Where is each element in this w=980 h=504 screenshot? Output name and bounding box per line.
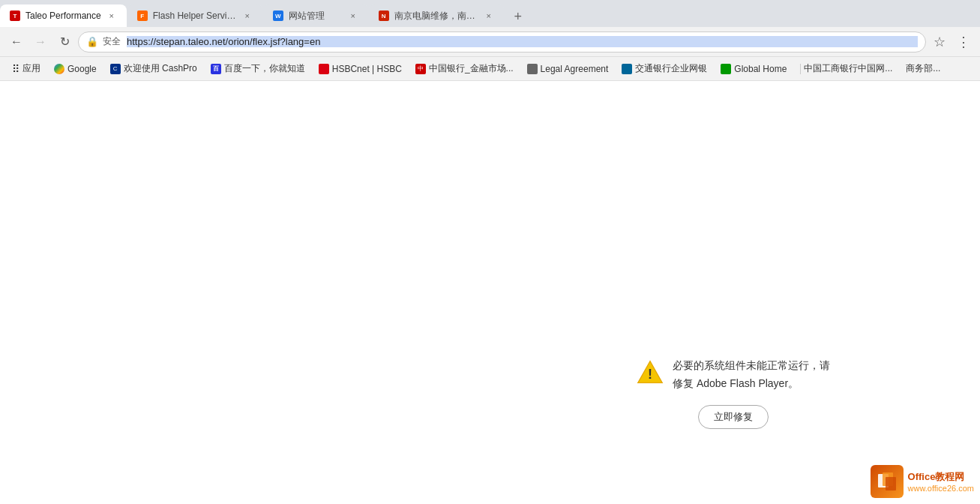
star-button[interactable]: ☆ (929, 32, 950, 52)
back-button[interactable]: ← (6, 32, 27, 52)
svg-text:!: ! (648, 367, 652, 382)
bookmark-baidu[interactable]: 百 百度一下，你就知道 (205, 59, 311, 78)
tab-taleo-performance[interactable]: T Taleo Performance × (0, 4, 127, 27)
refresh-button[interactable]: ↻ (54, 32, 75, 52)
tab-favicon-2: F (136, 10, 148, 22)
more-button[interactable]: ⋮ (953, 32, 974, 52)
tab-close-4[interactable]: × (483, 10, 495, 22)
repair-button[interactable]: 立即修复 (698, 405, 769, 429)
bookmark-cashpro[interactable]: C 欢迎使用 CashPro (104, 59, 203, 78)
bookmark-legal[interactable]: Legal Agreement (521, 61, 615, 77)
bookmark-bocom[interactable]: 交通银行企业网银 (616, 59, 713, 78)
office-text-area: Office教程网 www.office26.com (908, 470, 974, 493)
forward-button[interactable]: → (30, 32, 51, 52)
lock-icon: 🔒 (86, 36, 98, 47)
tab-close-2[interactable]: × (241, 10, 253, 22)
bookmark-hsbc[interactable]: HSBCnet | HSBC (313, 61, 408, 77)
tab-label-2: Flash Helper Service手... (153, 10, 237, 22)
url-text[interactable]: https://stepan.taleo.net/orion/flex.jsf?… (127, 36, 918, 47)
main-content: ! 必要的系统组件未能正常运行，请 修复 Adobe Flash Player。… (0, 81, 980, 504)
tab-flash-helper[interactable]: F Flash Helper Service手... × (127, 4, 262, 27)
tab-close-3[interactable]: × (347, 10, 359, 22)
office-watermark: Office教程网 www.office26.com (871, 465, 974, 498)
tab-website-admin[interactable]: W 网站管理 × (263, 4, 368, 27)
bookmark-icbc-label: 中国工商银行中国网... (804, 62, 892, 75)
office-logo-container: Office教程网 www.office26.com (871, 465, 974, 498)
bookmark-icbc[interactable]: 中国工商银行中国网... (794, 59, 898, 78)
bookmark-bocom-label: 交通银行企业网银 (635, 62, 707, 75)
flash-error-container: ! 必要的系统组件未能正常运行，请 修复 Adobe Flash Player。… (637, 357, 830, 429)
address-bar[interactable]: 🔒 安全 https://stepan.taleo.net/orion/flex… (78, 32, 926, 52)
bookmark-apps[interactable]: ⠿ 应用 (6, 59, 46, 78)
bookmark-baidu-label: 百度一下，你就知道 (224, 62, 305, 75)
bookmark-boc[interactable]: 中 中国银行_金融市场... (409, 59, 520, 78)
flash-error-line2: 修复 Adobe Flash Player。 (673, 375, 830, 393)
office-logo (871, 465, 904, 498)
bookmark-global-home-label: Global Home (734, 64, 787, 74)
bookmark-commerce[interactable]: 商务部... (900, 59, 946, 78)
bookmark-commerce-label: 商务部... (906, 62, 940, 75)
office-icon (875, 470, 899, 494)
bookmark-google[interactable]: Google (48, 61, 103, 77)
bookmark-cashpro-label: 欢迎使用 CashPro (124, 62, 197, 75)
bookmarks-bar: ⠿ 应用 Google C 欢迎使用 CashPro 百 百度一下，你就知道 H… (0, 57, 980, 81)
tab-close-1[interactable]: × (106, 10, 118, 22)
office-brand: Office教程网 (908, 470, 974, 484)
tab-label-3: 网站管理 (289, 10, 343, 22)
secure-label: 安全 (103, 35, 121, 48)
bookmark-boc-label: 中国银行_金融市场... (429, 62, 514, 75)
flash-error-line1: 必要的系统组件未能正常运行，请 (673, 357, 830, 375)
bookmark-hsbc-label: HSBCnet | HSBC (332, 64, 402, 74)
tab-label-4: 南京电脑维修，南京电脑... (394, 10, 478, 22)
tab-nanjing[interactable]: N 南京电脑维修，南京电脑... × (369, 4, 504, 27)
tab-favicon-4: N (378, 10, 390, 22)
office-site: www.office26.com (908, 484, 974, 493)
svg-rect-4 (886, 477, 896, 490)
bookmark-legal-label: Legal Agreement (541, 64, 609, 74)
tab-favicon-3: W (272, 10, 284, 22)
bookmark-apps-label: 应用 (22, 62, 40, 75)
nav-bar: ← → ↻ 🔒 安全 https://stepan.taleo.net/orio… (0, 27, 980, 57)
tab-label-1: Taleo Performance (25, 10, 101, 21)
tab-favicon-1: T (9, 10, 21, 22)
warning-icon: ! (637, 358, 664, 386)
new-tab-button[interactable]: + (508, 6, 529, 27)
flash-error-text: 必要的系统组件未能正常运行，请 修复 Adobe Flash Player。 (673, 357, 830, 393)
flash-error-message: ! 必要的系统组件未能正常运行，请 修复 Adobe Flash Player。 (637, 357, 830, 393)
bookmark-global-home[interactable]: Global Home (715, 61, 793, 77)
title-bar: T Taleo Performance × F Flash Helper Ser… (0, 0, 980, 27)
bookmark-google-label: Google (67, 64, 97, 74)
browser-frame: T Taleo Performance × F Flash Helper Ser… (0, 0, 980, 504)
